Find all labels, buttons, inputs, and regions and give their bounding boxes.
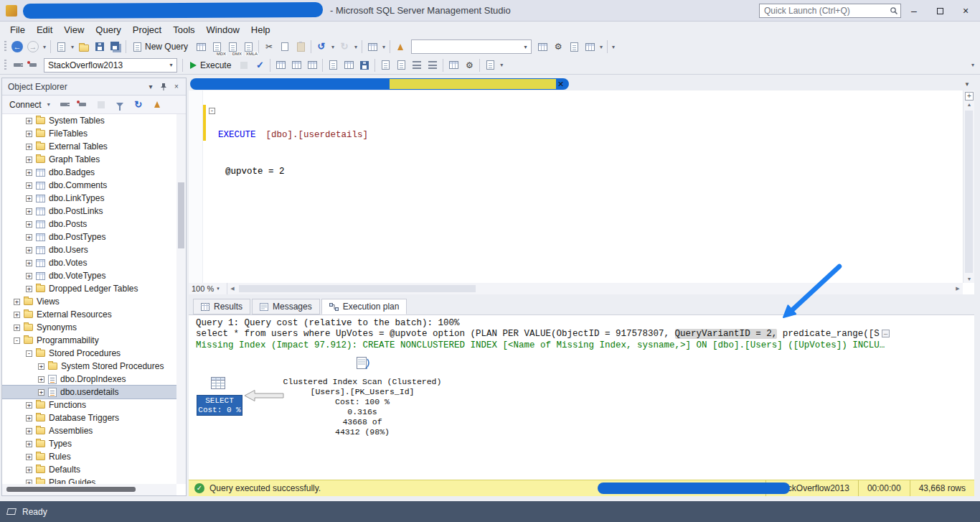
display-estimated-plan-icon[interactable]	[446, 57, 461, 73]
cut-icon[interactable]: ✂	[261, 39, 277, 55]
available-databases-dropdown-icon[interactable]: ▾	[166, 59, 176, 72]
expand-icon[interactable]: +	[14, 312, 20, 318]
tree-item-rules[interactable]: +Rules	[2, 450, 176, 463]
results-to-text-icon[interactable]	[325, 57, 341, 73]
include-client-statistics-icon[interactable]	[304, 57, 320, 73]
collapse-icon[interactable]: -	[26, 350, 32, 357]
disconnect-plug-icon[interactable]	[75, 98, 90, 112]
analysis-dmx-query-icon[interactable]: DMX	[225, 39, 240, 55]
tree-item-external-tables[interactable]: +External Tables	[2, 140, 176, 153]
select-node[interactable]: SELECT Cost: 0 %	[197, 395, 242, 416]
include-actual-plan-icon[interactable]	[273, 57, 288, 73]
redo-caret-icon[interactable]: ▾	[352, 39, 359, 55]
menu-query[interactable]: Query	[90, 23, 126, 37]
close-icon[interactable]: ×	[953, 0, 979, 22]
tree-item-defaults[interactable]: +Defaults	[2, 463, 176, 476]
expand-icon[interactable]: +	[26, 247, 32, 253]
tree-item-dbo-votetypes[interactable]: +dbo.VoteTypes	[2, 269, 176, 282]
menu-project[interactable]: Project	[127, 23, 167, 37]
tab-close-icon[interactable]: ✕	[557, 79, 564, 89]
tree-item-dbo-userdetails[interactable]: +dbo.userdetails	[2, 386, 176, 399]
properties-window-icon[interactable]: ⚙	[550, 39, 566, 55]
increase-indent-icon[interactable]	[425, 57, 440, 73]
scroll-up-icon[interactable]: ▲	[963, 102, 975, 107]
refresh-icon[interactable]: ↻	[131, 98, 146, 112]
navigate-forward-caret-icon[interactable]: ▾	[41, 39, 48, 55]
expand-icon[interactable]: +	[26, 182, 32, 189]
window-position-icon[interactable]: ▾	[144, 80, 157, 93]
execute-button[interactable]: Execute	[185, 57, 236, 73]
tree-item-stored-procedures[interactable]: -Stored Procedures	[2, 347, 176, 360]
connect-button[interactable]: Connect ▾	[6, 95, 55, 114]
quick-launch-box[interactable]	[759, 4, 901, 18]
presenter-view-caret-icon[interactable]: ▾	[598, 39, 605, 55]
pin-icon[interactable]	[157, 80, 170, 93]
toolbar-grip[interactable]	[4, 41, 6, 52]
intellisense-caret-icon[interactable]: ▾	[380, 39, 387, 55]
expand-icon[interactable]: +	[38, 376, 44, 383]
expand-icon[interactable]: +	[26, 454, 32, 460]
activity-monitor-icon[interactable]	[392, 39, 408, 55]
tree-item-dbo-comments[interactable]: +dbo.Comments	[2, 179, 176, 192]
select-node-icon[interactable]	[209, 376, 227, 394]
expand-icon[interactable]: +	[26, 234, 32, 241]
tree-item-dbo-dropindexes[interactable]: +dbo.DropIndexes	[2, 373, 176, 386]
tree-item-dbo-users[interactable]: +dbo.Users	[2, 243, 176, 256]
search-server-combo[interactable]: ▾	[411, 39, 532, 54]
navigate-forward-icon[interactable]: →	[25, 39, 41, 55]
scroll-left-icon[interactable]: ◀	[227, 286, 237, 292]
close-panel-icon[interactable]: ×	[170, 80, 183, 93]
copy-icon[interactable]	[277, 39, 293, 55]
connect-database-icon[interactable]	[9, 57, 25, 73]
tree-item-assemblies[interactable]: +Assemblies	[2, 424, 176, 437]
menu-file[interactable]: File	[4, 23, 31, 37]
tree-item-dbo-linktypes[interactable]: +dbo.LinkTypes	[2, 192, 176, 205]
expand-icon[interactable]: +	[26, 441, 32, 447]
search-icon[interactable]	[887, 6, 900, 15]
connect-plug-icon[interactable]	[57, 98, 71, 112]
query-editor[interactable]: - EXECUTE[dbo].[userdetails] @upvote = 2	[189, 90, 963, 283]
expand-icon[interactable]: +	[26, 260, 32, 266]
expand-icon[interactable]: +	[26, 169, 32, 176]
object-explorer-vscrollbar[interactable]	[176, 114, 186, 484]
new-project-caret-icon[interactable]: ▾	[69, 39, 76, 55]
presenter-view-icon[interactable]	[582, 39, 598, 55]
tree-item-views[interactable]: +Views	[2, 295, 176, 308]
change-connection-icon[interactable]	[25, 57, 41, 73]
clustered-index-scan-icon[interactable]	[354, 355, 370, 374]
document-list-icon[interactable]: ▼	[964, 81, 970, 88]
expand-icon[interactable]: +	[26, 221, 32, 228]
scroll-right-icon[interactable]: ▶	[953, 286, 963, 292]
sql-editor-overflow-caret-icon[interactable]: ▾	[498, 57, 505, 73]
object-explorer-hscrollbar[interactable]	[2, 484, 176, 495]
toolbar-grip[interactable]	[4, 60, 6, 71]
undo-caret-icon[interactable]: ▾	[329, 39, 336, 55]
comment-selection-icon[interactable]	[377, 57, 393, 73]
tree-item-types[interactable]: +Types	[2, 437, 176, 450]
menu-tools[interactable]: Tools	[167, 23, 200, 37]
tree-item-programmability[interactable]: -Programmability	[2, 334, 176, 347]
expand-icon[interactable]: +	[38, 389, 44, 396]
tree-item-system-stored-procedures[interactable]: +System Stored Procedures	[2, 360, 176, 373]
missing-index-line[interactable]: Missing Index (Impact 97.912): CREATE NO…	[196, 340, 885, 350]
toolbar-overflow-icon[interactable]: ▾	[971, 62, 974, 68]
collapse-region-icon[interactable]: -	[209, 108, 215, 114]
quick-launch-input[interactable]	[760, 6, 887, 16]
intellisense-enabled-icon[interactable]	[364, 39, 380, 55]
cancel-query-icon[interactable]	[236, 57, 252, 73]
editor-vscroll-thumb[interactable]	[965, 111, 973, 273]
menu-help[interactable]: Help	[245, 23, 276, 37]
new-query-button[interactable]: New Query	[128, 39, 193, 55]
tree-item-dbo-posts[interactable]: +dbo.Posts	[2, 218, 176, 230]
undo-icon[interactable]: ↺	[314, 39, 329, 55]
activity-icon[interactable]	[150, 98, 164, 112]
results-to-grid-icon[interactable]	[341, 57, 357, 73]
filter-icon[interactable]	[113, 98, 127, 112]
template-explorer-icon[interactable]	[566, 39, 582, 55]
parse-icon[interactable]: ✓	[252, 57, 268, 73]
maximize-icon[interactable]	[927, 0, 953, 22]
hscroll-thumb[interactable]	[6, 487, 136, 492]
expand-icon[interactable]: +	[26, 415, 32, 421]
database-engine-query-icon[interactable]	[193, 39, 209, 55]
scroll-down-icon[interactable]: ▼	[963, 276, 975, 281]
